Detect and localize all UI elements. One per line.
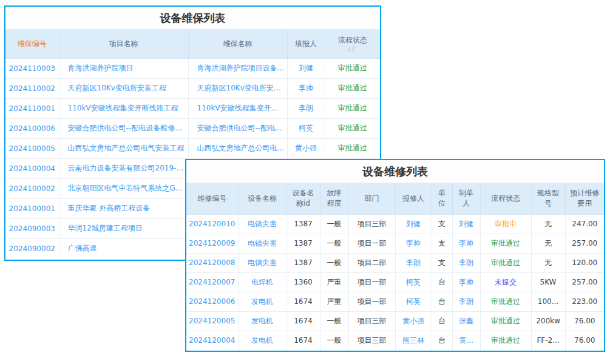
status-cell: 审批通过: [480, 292, 531, 311]
status-text: 审批中: [495, 220, 517, 228]
maintenance-id-link[interactable]: 2024110001: [5, 98, 59, 118]
reporter-link[interactable]: 李朗: [287, 98, 325, 118]
project-name-link[interactable]: 青海洪湖养护院项目: [59, 58, 188, 78]
reporter-link[interactable]: 李帅: [395, 234, 432, 253]
unit-cell: 台: [432, 292, 452, 311]
maintenance-name-link[interactable]: 青海洪湖养护院项目设备...: [188, 58, 287, 78]
reporter-link[interactable]: 李朗: [395, 253, 432, 272]
repair-id-link[interactable]: 2024120007: [186, 272, 238, 292]
status-cell: 审批通过: [480, 311, 531, 331]
repair-col-device-id: 设备名称id: [287, 183, 320, 214]
reporter-link[interactable]: 柯英: [395, 292, 432, 311]
creator-link[interactable]: 李朗: [452, 292, 480, 311]
maintenance-id-link[interactable]: 2024100006: [5, 118, 59, 138]
device-name-link[interactable]: 电镐尖凿: [238, 253, 287, 272]
status-text: 审批通过: [338, 84, 367, 92]
reporter-link[interactable]: 柯英: [395, 272, 432, 292]
severity-cell: 一般: [320, 253, 348, 272]
status-cell: 审批中: [480, 214, 531, 234]
repair-header-row: 维修编号 设备名称 设备名称id 故障程度 部门 报修人 单位 制单人 流程状态…: [186, 183, 604, 214]
device-name-link[interactable]: 电镐尖凿: [238, 234, 287, 253]
maintenance-name-link[interactable]: 山西弘文房地产总公司电...: [188, 138, 287, 158]
device-name-link[interactable]: 电焊机: [238, 272, 287, 292]
creator-link[interactable]: 李帅: [452, 272, 480, 292]
maintenance-name-link[interactable]: 天府新区10Kv变电所安装...: [188, 78, 287, 98]
repair-id-link[interactable]: 2024120006: [186, 292, 238, 311]
project-name-link[interactable]: 山西弘文房地产总公司电气安装工程: [59, 138, 188, 158]
device-id-cell: 1387: [287, 234, 320, 253]
maintenance-panel-title: 设备维保列表: [5, 7, 380, 30]
spec-cell: FF-2...: [531, 331, 565, 350]
repair-col-unit: 单位: [432, 183, 452, 214]
status-cell: 审批通过: [325, 118, 380, 138]
creator-link[interactable]: 黄...: [452, 331, 480, 350]
device-id-cell: 1674: [287, 292, 320, 311]
repair-panel-title: 设备维修列表: [186, 160, 604, 183]
repair-col-dept: 部门: [348, 183, 395, 214]
table-row: 2024120006 发电机 1674 严重 项目一部 柯英 台 李朗 审批通过…: [186, 292, 604, 311]
status-cell: 审批通过: [480, 253, 531, 272]
project-name-link[interactable]: 110kV安徽线程集变开断线路工程: [59, 98, 188, 118]
reporter-link[interactable]: 柯英: [287, 118, 325, 138]
reporter-link[interactable]: 黄小强: [287, 138, 325, 158]
table-row: 2024120005 发电机 1674 一般 项目三部 黄小强 台 张鑫 审批通…: [186, 311, 604, 331]
unit-cell: 支: [432, 234, 452, 253]
maintenance-id-link[interactable]: 2024100005: [5, 138, 59, 158]
maintenance-id-link[interactable]: 2024110003: [5, 58, 59, 78]
creator-link[interactable]: 李朗: [452, 253, 480, 272]
status-cell: 审批通过: [325, 78, 380, 98]
repair-id-link[interactable]: 2024120009: [186, 234, 238, 253]
maintenance-id-link[interactable]: 2024100004: [5, 158, 59, 178]
status-cell: 未提交: [480, 272, 531, 292]
status-text: 审批通过: [491, 239, 520, 248]
reporter-link[interactable]: 刘健: [287, 58, 325, 78]
reporter-link[interactable]: 熊三林: [395, 331, 432, 350]
repair-col-creator: 制单人: [452, 183, 480, 214]
status-cell: 审批通过: [325, 138, 380, 158]
maintenance-col-status[interactable]: 流程状态: [325, 30, 380, 58]
repair-id-link[interactable]: 2024120004: [186, 331, 238, 350]
repair-table: 维修编号 设备名称 设备名称id 故障程度 部门 报修人 单位 制单人 流程状态…: [186, 183, 604, 350]
creator-link[interactable]: 李帅: [452, 234, 480, 253]
status-text: 审批通过: [338, 124, 367, 132]
repair-col-status: 流程状态: [480, 183, 531, 214]
project-name-link[interactable]: 天府新区10Kv变电所安装工程: [59, 78, 188, 98]
project-name-link[interactable]: 广佛高速: [59, 238, 188, 258]
project-name-link[interactable]: 北京朝阳区电气中芯特气系统之GM...: [59, 178, 188, 198]
maintenance-name-link[interactable]: 110kV安徽线程集变开断...: [188, 98, 287, 118]
spec-cell: 无: [531, 234, 565, 253]
repair-id-link[interactable]: 2024120008: [186, 253, 238, 272]
reporter-link[interactable]: 李帅: [287, 78, 325, 98]
maintenance-id-link[interactable]: 2024090003: [5, 218, 59, 238]
table-row: 2024120009 电镐尖凿 1387 一般 项目一部 李帅 支 李帅 审批通…: [186, 234, 604, 253]
device-name-link[interactable]: 发电机: [238, 292, 287, 311]
sort-amount-icon[interactable]: [348, 46, 356, 52]
status-text: 审批通过: [491, 336, 520, 345]
maintenance-id-link[interactable]: 2024110002: [5, 78, 59, 98]
unit-cell: 台: [432, 311, 452, 331]
reporter-link[interactable]: 黄小强: [395, 311, 432, 331]
device-name-link[interactable]: 发电机: [238, 331, 287, 350]
maintenance-id-link[interactable]: 2024100001: [5, 198, 59, 218]
table-row: 2024110003 青海洪湖养护院项目 青海洪湖养护院项目设备... 刘健 审…: [5, 58, 380, 78]
table-row: 2024100006 安徽合肥供电公司--配电设备检修... 安徽合肥供电公司-…: [5, 118, 380, 138]
maintenance-id-link[interactable]: 2024090002: [5, 238, 59, 258]
project-name-link[interactable]: 云南电力设备安装有限公司2019--2...: [59, 158, 188, 178]
cost-cell: 257.00: [565, 272, 604, 292]
severity-cell: 一般: [320, 311, 348, 331]
maintenance-name-link[interactable]: 安徽合肥供电公司--配电...: [188, 118, 287, 138]
creator-link[interactable]: 刘健: [452, 214, 480, 234]
creator-link[interactable]: 张鑫: [452, 311, 480, 331]
project-name-link[interactable]: 安徽合肥供电公司--配电设备检修...: [59, 118, 188, 138]
device-name-link[interactable]: 电镐尖凿: [238, 214, 287, 234]
project-name-link[interactable]: 华润12城房建工程项目: [59, 218, 188, 238]
project-name-link[interactable]: 重庆华夏 外高桥工程设备: [59, 198, 188, 218]
reporter-link[interactable]: 刘健: [395, 214, 432, 234]
device-name-link[interactable]: 发电机: [238, 311, 287, 331]
repair-col-cost: 预计维修费用: [565, 183, 604, 214]
status-text: 审批通过: [491, 317, 520, 325]
maintenance-id-link[interactable]: 2024100002: [5, 178, 59, 198]
repair-id-link[interactable]: 2024120005: [186, 311, 238, 331]
status-text: 审批通过: [338, 104, 367, 112]
repair-id-link[interactable]: 2024120010: [186, 214, 238, 234]
